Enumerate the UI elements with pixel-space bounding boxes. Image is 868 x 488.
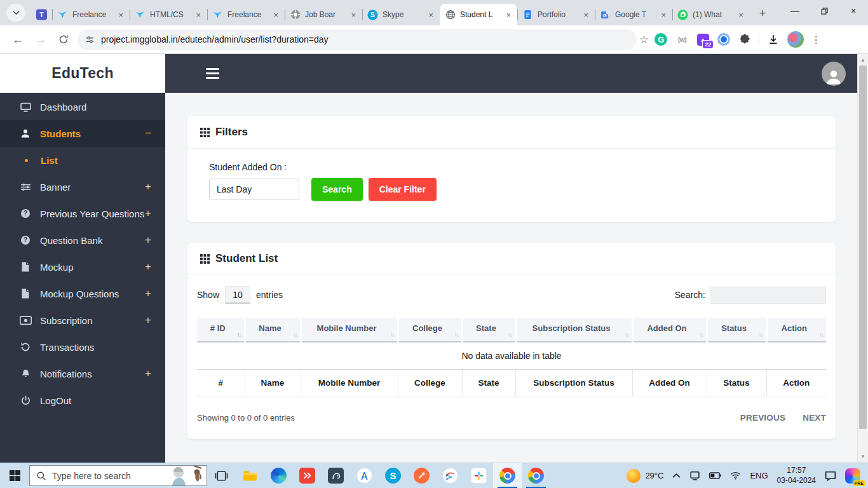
browser-tab[interactable]: Freelance×	[52, 4, 130, 25]
close-icon[interactable]: ×	[582, 10, 590, 20]
task-view-button[interactable]	[207, 463, 236, 488]
sidebar-item-dashboard[interactable]: Dashboard	[0, 93, 165, 120]
plus-icon[interactable]: +	[145, 261, 151, 273]
taskbar-clock[interactable]: 17:57 03-04-2024	[777, 466, 816, 485]
sidebar-item-students[interactable]: Students−	[0, 120, 165, 147]
close-icon[interactable]: ×	[737, 10, 745, 20]
search-button[interactable]: Search	[311, 178, 363, 201]
postman-button[interactable]	[407, 463, 436, 488]
scroll-down-icon[interactable]: ▼	[858, 452, 868, 461]
anydesk-button[interactable]	[293, 463, 322, 488]
back-icon[interactable]: ←	[8, 29, 28, 50]
close-icon[interactable]: ×	[839, 0, 868, 22]
clear-filter-button[interactable]: Clear Filter	[369, 178, 437, 201]
plus-icon[interactable]: +	[145, 367, 151, 380]
snipping-tool-button[interactable]	[436, 463, 465, 488]
close-icon[interactable]: ×	[660, 10, 667, 20]
scroll-up-icon[interactable]: ▲	[858, 55, 868, 65]
taskbar-search[interactable]: Type here to search	[29, 465, 207, 486]
column-header-college[interactable]: College↑↓	[398, 318, 462, 342]
design-app-button[interactable]	[350, 463, 379, 488]
sidebar-item-notifications[interactable]: Notifications+	[0, 360, 165, 387]
new-tab-button[interactable]: +	[754, 4, 771, 22]
tray-chevron-up-icon[interactable]	[672, 473, 681, 478]
sidebar-item-transactions[interactable]: Transactions	[0, 334, 165, 360]
device-icon[interactable]	[689, 471, 700, 480]
sidebar-item-list[interactable]: List	[0, 147, 165, 173]
browser-tab[interactable]: Portfolio×	[517, 4, 595, 25]
copilot-icon[interactable]: PRE	[845, 468, 860, 484]
close-icon[interactable]: ×	[427, 10, 435, 20]
column-header-action[interactable]: Action↑↓	[766, 318, 826, 342]
sidebar-item-mockup-questions[interactable]: Mockup Questions+	[0, 280, 165, 307]
tab-search-button[interactable]	[6, 4, 25, 22]
previous-button[interactable]: PREVIOUS	[740, 413, 785, 423]
sidebar-item-previous-year-questions[interactable]: ?Previous Year Questions+	[0, 200, 165, 227]
browser-tab[interactable]: Job Boar×	[285, 4, 362, 25]
student-added-on-input[interactable]	[209, 179, 299, 200]
column-header-mobile-number[interactable]: Mobile Number↑↓	[301, 318, 398, 342]
site-settings-icon[interactable]	[85, 35, 95, 44]
entries-select[interactable]: 10	[225, 286, 250, 304]
close-icon[interactable]: ×	[117, 10, 125, 20]
grammarly-icon[interactable]: G	[654, 32, 668, 46]
pgadmin-button[interactable]	[322, 463, 350, 488]
column-header-added-on[interactable]: Added On↑↓	[632, 318, 707, 342]
purple-extension-icon[interactable]: ▲ 22	[696, 32, 710, 46]
action-center-icon[interactable]	[825, 471, 836, 481]
edge-button[interactable]	[264, 463, 293, 488]
column-header-subscription-status[interactable]: Subscription Status↑↓	[515, 318, 632, 342]
column-header--id[interactable]: # ID↑↓	[197, 318, 245, 342]
restore-icon[interactable]	[810, 0, 839, 22]
forward-icon[interactable]: →	[31, 29, 51, 50]
column-header-state[interactable]: State↑↓	[462, 318, 515, 342]
close-icon[interactable]: ×	[349, 10, 357, 20]
close-icon[interactable]: ×	[505, 10, 512, 20]
browser-tab[interactable]: SSkype×	[362, 4, 440, 25]
sidebar-item-logout[interactable]: LogOut	[0, 387, 165, 414]
next-button[interactable]: NEXT	[803, 413, 826, 423]
plus-icon[interactable]: +	[145, 287, 151, 300]
hamburger-menu-icon[interactable]	[206, 68, 219, 79]
file-explorer-button[interactable]	[236, 463, 264, 488]
scrollbar-thumb[interactable]	[859, 65, 867, 429]
pinned-tab-teams[interactable]: T	[31, 4, 52, 25]
browser-tab[interactable]: GGoogle T×	[595, 4, 672, 25]
plus-icon[interactable]: +	[145, 207, 151, 220]
downloads-icon[interactable]	[766, 32, 780, 46]
plus-icon[interactable]: +	[145, 234, 151, 247]
sidebar-item-subscription[interactable]: Subscription+	[0, 307, 165, 334]
brand-logo[interactable]: EduTech	[0, 54, 165, 93]
close-icon[interactable]: ×	[272, 10, 280, 20]
sidebar-item-question-bank[interactable]: ?Question Bank+	[0, 227, 165, 254]
reload-icon[interactable]	[53, 29, 74, 50]
battery-icon[interactable]	[709, 472, 721, 479]
chrome-button-2[interactable]	[522, 463, 550, 488]
column-header-status[interactable]: Status↑↓	[707, 318, 766, 342]
wifi-icon[interactable]	[730, 471, 741, 480]
extensions-puzzle-icon[interactable]	[738, 32, 752, 46]
plus-icon[interactable]: +	[145, 180, 151, 193]
start-button[interactable]	[0, 463, 29, 488]
column-header-name[interactable]: Name↑↓	[245, 318, 301, 342]
bookmark-star-icon[interactable]: ☆	[639, 33, 649, 46]
language-indicator[interactable]: ENG	[750, 471, 768, 480]
skype-button[interactable]: S	[379, 463, 407, 488]
page-scrollbar[interactable]: ▲ ▼	[857, 54, 868, 463]
url-bar[interactable]: project.imgglobal.in/edutech/admin/user/…	[78, 29, 637, 50]
slack-button[interactable]	[465, 463, 493, 488]
wayback-extension-icon[interactable]: (w)	[675, 32, 689, 46]
plus-icon[interactable]: +	[145, 314, 151, 327]
browser-tab[interactable]: Student L×	[440, 4, 517, 25]
minus-icon[interactable]: −	[145, 127, 151, 140]
sidebar-item-banner[interactable]: Banner+	[0, 173, 165, 200]
close-icon[interactable]: ×	[194, 10, 202, 20]
user-avatar[interactable]	[822, 62, 846, 86]
sidebar-item-mockup[interactable]: Mockup+	[0, 254, 165, 280]
blue-extension-icon[interactable]	[717, 32, 731, 46]
url-text[interactable]: project.imgglobal.in/edutech/admin/user/…	[101, 34, 329, 44]
minimize-icon[interactable]: —	[780, 0, 810, 22]
browser-tab[interactable]: Freelance×	[207, 4, 285, 25]
browser-profile-avatar[interactable]	[787, 31, 804, 48]
table-search-input[interactable]	[710, 287, 826, 304]
